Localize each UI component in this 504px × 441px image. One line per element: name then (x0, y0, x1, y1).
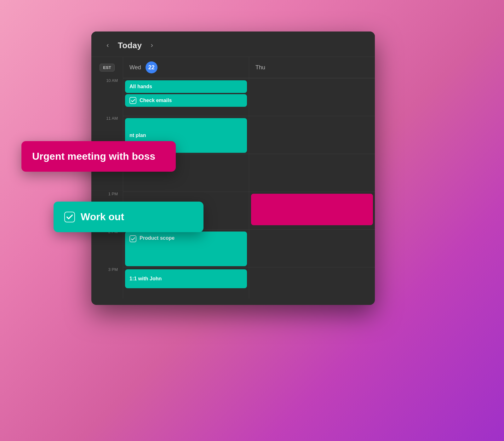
urgent-meeting-card[interactable]: Urgent meeting with boss (21, 141, 176, 172)
timezone-cell: EST (91, 57, 123, 78)
wed-slot-3pm[interactable]: 1:1 with John (123, 267, 249, 299)
today-label: Today (118, 41, 142, 50)
content-plan-label: nt plan (129, 133, 146, 138)
workout-card[interactable]: Work out (54, 202, 203, 232)
workout-checkbox-icon (64, 212, 75, 222)
thu-slot-2pm (249, 229, 375, 267)
wed-slot-2pm[interactable]: Product scope (123, 229, 249, 267)
timezone-badge: EST (100, 64, 114, 72)
time-3pm: 3 PM (91, 267, 123, 305)
product-scope-event[interactable]: Product scope (125, 232, 247, 266)
row-3pm: 3 PM 1:1 with John (91, 267, 375, 305)
thu-label: Thu (255, 64, 265, 71)
check-emails-label: Check emails (140, 98, 172, 103)
product-scope-label: Product scope (140, 235, 175, 241)
time-2pm: 2 PM (91, 229, 123, 267)
product-scope-checkbox (129, 235, 136, 242)
thu-header: Thu (249, 57, 375, 78)
next-nav-button[interactable]: › (147, 40, 157, 50)
wed-date-badge: 22 (146, 61, 158, 73)
calendar-header: ‹ Today › (91, 32, 375, 57)
one-on-one-label: 1:1 with John (129, 276, 162, 282)
thu-slot-1pm (249, 192, 375, 229)
thu-slot-10am (249, 78, 375, 116)
row-10am: 10 AM All hands Check emails (91, 78, 375, 116)
wed-label: Wed (129, 64, 141, 71)
day-headers-row: EST Wed 22 Thu (91, 57, 375, 78)
wed-slot-10am[interactable]: All hands Check emails (123, 78, 249, 116)
urgent-meeting-text: Urgent meeting with boss (32, 151, 155, 162)
wed-header: Wed 22 (123, 57, 249, 78)
one-on-one-event[interactable]: 1:1 with John (125, 269, 247, 288)
row-2pm: 2 PM Product scope (91, 229, 375, 267)
thu-slot-3pm (249, 267, 375, 299)
all-hands-label: All hands (129, 84, 152, 89)
check-emails-checkbox (129, 97, 136, 104)
all-hands-event[interactable]: All hands (125, 80, 247, 93)
workout-text: Work out (81, 211, 124, 223)
time-10am: 10 AM (91, 78, 123, 116)
thu-pink-event[interactable] (251, 194, 373, 225)
prev-nav-button[interactable]: ‹ (103, 40, 113, 50)
thu-slot-11am (249, 116, 375, 154)
thu-slot-12pm (249, 154, 375, 192)
check-emails-event[interactable]: Check emails (125, 94, 247, 107)
